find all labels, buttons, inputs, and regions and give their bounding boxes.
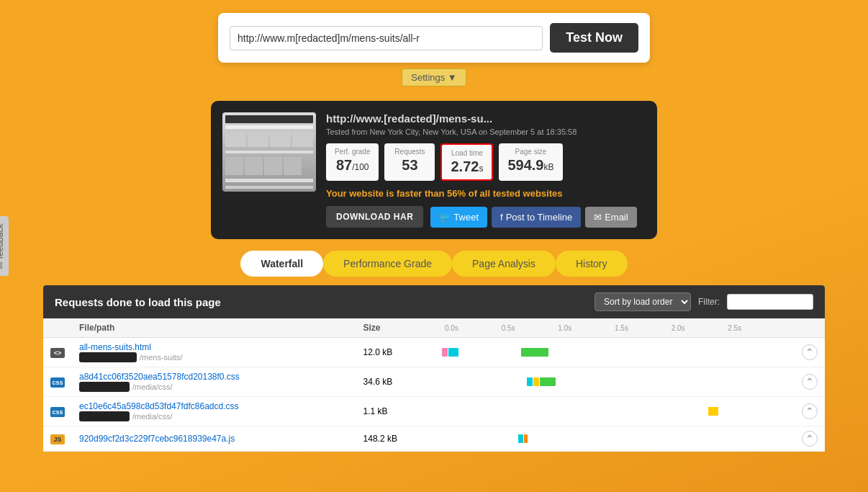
feedback-label: feedback bbox=[0, 223, 5, 259]
file-type-css: css bbox=[43, 367, 72, 397]
waterfall-table: File/path Size 0.0s 0.5s 1.0s 1.5s 2.0s … bbox=[43, 318, 825, 452]
file-cell: ec10e6c45a598c8d53fd47fdfc86adcd.css /me… bbox=[72, 397, 356, 426]
page-size-box: Page size 594.9kB bbox=[499, 143, 562, 181]
col-expand bbox=[795, 318, 825, 338]
type-badge-css: css bbox=[50, 377, 65, 388]
perf-grade-label: Perf. grade bbox=[335, 148, 370, 156]
screenshot-box bbox=[222, 112, 316, 192]
table-row: JS 920d99cf2d3c229f7cebc9618939e47a.js 1… bbox=[43, 426, 825, 452]
bar-yellow bbox=[533, 377, 539, 386]
file-type-css: css bbox=[43, 397, 72, 426]
table-row: css a8d41cc06f3520aea51578fcd20138f0.css… bbox=[43, 367, 825, 397]
file-size: 12.0 kB bbox=[356, 338, 435, 367]
table-row: <> all-mens-suits.html /mens-suits/ 12.0… bbox=[43, 338, 825, 367]
expand-button[interactable]: ⌃ bbox=[802, 431, 818, 447]
url-input[interactable] bbox=[230, 26, 543, 50]
waterfall-controls: Sort by load order Filter: bbox=[595, 292, 813, 311]
tab-performance-grade[interactable]: Performance Grade bbox=[323, 251, 452, 277]
table-row: css ec10e6c45a598c8d53fd47fdfc86adcd.css… bbox=[43, 397, 825, 426]
col-file: File/path bbox=[72, 318, 356, 338]
file-type-html: <> bbox=[43, 338, 72, 367]
file-type-js: JS bbox=[43, 426, 72, 452]
bar-green bbox=[540, 377, 556, 386]
expand-button[interactable]: ⌃ bbox=[802, 374, 818, 390]
results-url: http://www.[redacted]/mens-su... bbox=[326, 112, 646, 125]
type-badge-js: JS bbox=[50, 434, 65, 444]
requests-label: Requests bbox=[393, 148, 426, 156]
tabs-row: Waterfall Performance Grade Page Analysi… bbox=[211, 251, 657, 277]
email-button[interactable]: ✉ Email bbox=[585, 207, 637, 228]
tweet-button[interactable]: 🐦 Tweet bbox=[430, 207, 487, 228]
timeline-cell bbox=[435, 426, 795, 452]
expand-button[interactable]: ⌃ bbox=[802, 403, 818, 419]
bar-cyan bbox=[518, 434, 523, 443]
bar-orange bbox=[524, 434, 528, 443]
tab-waterfall[interactable]: Waterfall bbox=[240, 251, 323, 277]
file-cell: 920d99cf2d3c229f7cebc9618939e47a.js bbox=[72, 426, 356, 452]
col-type bbox=[43, 318, 72, 338]
expand-cell: ⌃ bbox=[795, 397, 825, 426]
tab-history[interactable]: History bbox=[556, 251, 628, 277]
sort-select[interactable]: Sort by load order bbox=[595, 292, 691, 311]
file-path: /media/css/ bbox=[132, 412, 173, 421]
top-section: Test Now Settings ▼ bbox=[0, 0, 868, 94]
bar-green bbox=[521, 348, 548, 357]
file-cell: all-mens-suits.html /mens-suits/ bbox=[72, 338, 356, 367]
file-path: /media/css/ bbox=[132, 383, 173, 391]
results-card: http://www.[redacted]/mens-su... Tested … bbox=[211, 101, 657, 239]
test-now-button[interactable]: Test Now bbox=[550, 23, 638, 53]
load-time-label: Load time bbox=[451, 149, 483, 157]
filter-input[interactable] bbox=[727, 294, 813, 310]
page-size-label: Page size bbox=[507, 148, 553, 156]
load-time-value: 2.72s bbox=[451, 158, 483, 175]
twitter-icon: 🐦 bbox=[439, 212, 451, 223]
timeline-cell bbox=[435, 397, 795, 426]
filter-label: Filter: bbox=[698, 297, 720, 307]
file-link[interactable]: a8d41cc06f3520aea51578fcd20138f0.css bbox=[79, 372, 349, 382]
main-content: Requests done to load this page Sort by … bbox=[43, 285, 825, 452]
metrics-row: Perf. grade 87/100 Requests 53 Load time… bbox=[326, 143, 646, 181]
table-header-row: File/path Size 0.0s 0.5s 1.0s 1.5s 2.0s … bbox=[43, 318, 825, 338]
feedback-icon: ✉ bbox=[0, 261, 5, 269]
requests-value: 53 bbox=[393, 157, 426, 174]
path-redacted bbox=[79, 411, 130, 421]
download-har-button[interactable]: DOWNLOAD HAR bbox=[326, 206, 423, 228]
file-link[interactable]: ec10e6c45a598c8d53fd47fdfc86adcd.css bbox=[79, 401, 349, 411]
requests-box: Requests 53 bbox=[384, 143, 435, 181]
bar-cyan bbox=[527, 377, 533, 386]
path-redacted bbox=[79, 352, 137, 362]
results-info: http://www.[redacted]/mens-su... Tested … bbox=[326, 112, 646, 228]
waterfall-header: Requests done to load this page Sort by … bbox=[43, 285, 825, 318]
perf-grade-value: 87/100 bbox=[335, 157, 370, 174]
expand-cell: ⌃ bbox=[795, 367, 825, 397]
expand-cell: ⌃ bbox=[795, 338, 825, 367]
url-bar-container: Test Now bbox=[218, 13, 650, 63]
feedback-tab[interactable]: ✉ feedback bbox=[0, 216, 9, 276]
results-tested: Tested from New York City, New York, USA… bbox=[326, 128, 646, 136]
bar-cyan bbox=[448, 348, 458, 357]
email-icon: ✉ bbox=[594, 212, 602, 223]
waterfall-title: Requests done to load this page bbox=[55, 296, 221, 308]
expand-button[interactable]: ⌃ bbox=[802, 344, 818, 360]
path-redacted bbox=[79, 382, 130, 392]
faster-text: Your website is faster than 56% of all t… bbox=[326, 188, 646, 199]
load-time-box: Load time 2.72s bbox=[440, 143, 493, 181]
settings-button[interactable]: Settings ▼ bbox=[402, 68, 466, 86]
file-size: 148.2 kB bbox=[356, 426, 435, 452]
page-size-value: 594.9kB bbox=[507, 157, 553, 174]
file-size: 1.1 kB bbox=[356, 397, 435, 426]
tab-page-analysis[interactable]: Page Analysis bbox=[452, 251, 556, 277]
col-timeline: 0.0s 0.5s 1.0s 1.5s 2.0s 2.5s bbox=[435, 318, 795, 338]
social-buttons: 🐦 Tweet f Post to Timeline ✉ Email bbox=[430, 207, 636, 228]
bar-pink bbox=[442, 348, 448, 357]
file-link[interactable]: all-mens-suits.html bbox=[79, 342, 349, 352]
file-link[interactable]: 920d99cf2d3c229f7cebc9618939e47a.js bbox=[79, 434, 349, 444]
timeline-button[interactable]: f Post to Timeline bbox=[492, 207, 581, 228]
type-badge-html: <> bbox=[50, 348, 65, 358]
col-size: Size bbox=[356, 318, 435, 338]
expand-cell: ⌃ bbox=[795, 426, 825, 452]
file-path: /mens-suits/ bbox=[140, 353, 182, 362]
timeline-cell bbox=[435, 338, 795, 367]
type-badge-css: css bbox=[50, 407, 65, 417]
timeline-cell bbox=[435, 367, 795, 397]
